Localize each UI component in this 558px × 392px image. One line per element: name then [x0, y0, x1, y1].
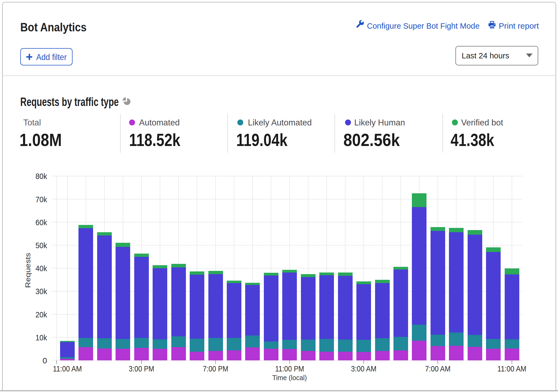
svg-text:3:00 PM: 3:00 PM	[129, 364, 154, 373]
svg-text:7:00 AM: 7:00 AM	[425, 364, 451, 373]
svg-text:30k: 30k	[35, 287, 47, 296]
svg-text:Requests: Requests	[24, 253, 32, 288]
svg-text:11:00 AM: 11:00 AM	[53, 364, 82, 373]
svg-text:0: 0	[42, 356, 47, 365]
svg-text:11:00 PM: 11:00 PM	[275, 364, 304, 373]
svg-text:10k: 10k	[35, 333, 47, 342]
svg-text:70k: 70k	[35, 195, 47, 204]
svg-text:50k: 50k	[35, 241, 47, 250]
svg-text:7:00 PM: 7:00 PM	[203, 364, 228, 373]
svg-text:60k: 60k	[35, 218, 47, 227]
svg-text:11:00 AM: 11:00 AM	[497, 364, 526, 373]
svg-text:40k: 40k	[35, 264, 47, 273]
svg-text:20k: 20k	[35, 310, 47, 319]
svg-text:3:00 AM: 3:00 AM	[351, 364, 376, 373]
svg-text:80k: 80k	[35, 172, 47, 181]
svg-text:Time (local): Time (local)	[272, 374, 307, 381]
